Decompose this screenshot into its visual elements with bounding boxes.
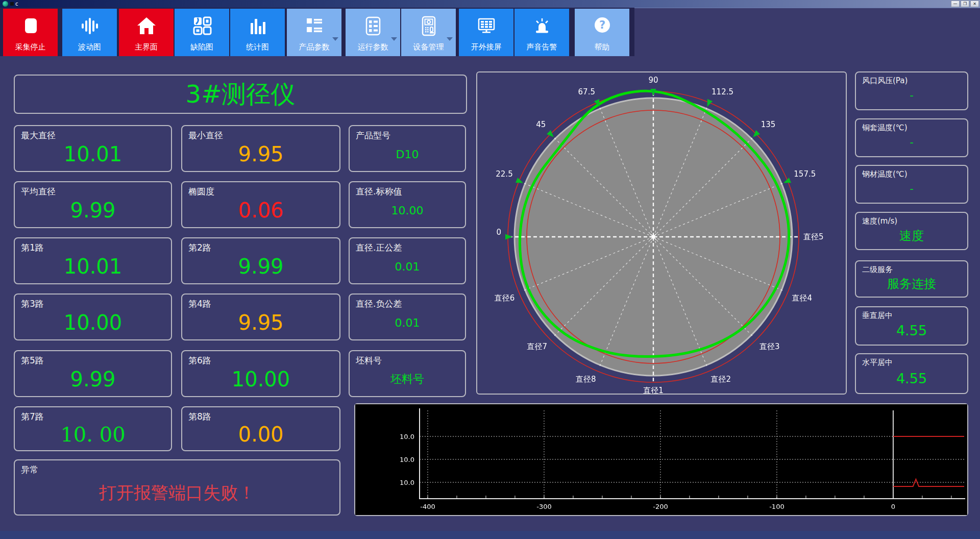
gauge-title-box: 3#测径仪: [14, 75, 467, 114]
bar-chart-icon: [230, 14, 285, 38]
stop-icon: [3, 14, 58, 38]
metric-nominal-diameter: 直径.标称值 10.00: [349, 181, 466, 228]
toolbar-button-main-screen[interactable]: 主界面: [119, 9, 174, 56]
metric-billet-number: 坯料号 坯料号: [349, 350, 466, 397]
metric-product-model: 产品型号 D10: [349, 125, 466, 172]
status-vertical-center: 垂直居中 4.55: [855, 306, 968, 346]
status-horizontal-center: 水平居中 4.55: [855, 353, 968, 394]
svg-text:?: ?: [599, 19, 605, 31]
minimize-button[interactable]: —: [951, 1, 960, 7]
metric-min-diameter: 最小直径 9.95: [181, 125, 340, 172]
metric-path-5: 第5路 9.99: [14, 350, 172, 397]
chevron-down-icon[interactable]: [391, 37, 397, 41]
status-speed: 速度(m/s) 速度: [855, 212, 968, 250]
metric-ovality: 椭圆度 0.06: [181, 181, 340, 228]
polar-profile-chart: [477, 72, 846, 394]
toolbar-button-wave-chart[interactable]: 波动图: [62, 9, 117, 56]
gauge-title: 3#测径仪: [15, 76, 466, 113]
run-params-icon: [346, 14, 400, 38]
chevron-down-icon[interactable]: [447, 37, 453, 41]
chevron-down-icon[interactable]: [332, 37, 338, 41]
waveform-icon: [62, 14, 117, 38]
metric-path-4: 第4路 9.95: [181, 293, 340, 340]
toolbar-button-external-screen[interactable]: 开外接屏: [459, 9, 513, 56]
defect-grid-icon: [175, 14, 229, 38]
toolbar-button-defect-chart[interactable]: 缺陷图: [175, 9, 229, 56]
titlebar: c — ❐ ✕: [0, 0, 980, 8]
status-bushing-temp: 铜套温度(℃) -: [855, 118, 968, 157]
close-button[interactable]: ✕: [970, 1, 979, 7]
metric-path-8: 第8路 0.00: [181, 406, 340, 451]
status-air-pressure: 风口风压(Pa) -: [855, 71, 968, 110]
home-icon: [119, 14, 174, 38]
maximize-button[interactable]: ❐: [961, 1, 969, 7]
metric-path-6: 第6路 10.00: [181, 350, 340, 397]
external-screen-icon: [459, 14, 513, 38]
toolbar-button-statistics-chart[interactable]: 统计图: [230, 9, 285, 56]
metric-path-3: 第3路 10.00: [14, 293, 172, 340]
toolbar-button-device-manage[interactable]: 设备管理: [401, 9, 456, 56]
product-params-icon: [287, 14, 341, 38]
status-steel-temp: 钢材温度(℃) -: [855, 165, 968, 204]
metric-avg-diameter: 平均直径 9.99: [14, 181, 172, 228]
metric-lower-tolerance: 直径.负公差 0.01: [349, 293, 466, 340]
alarm-message: 打开报警端口失败！: [15, 472, 339, 514]
window-title: c: [10, 2, 18, 7]
toolbar-button-run-params[interactable]: 运行参数: [346, 9, 400, 56]
diameter-trend-chart: [355, 404, 967, 515]
alarm-box: 异常 打开报警端口失败！: [14, 459, 340, 516]
toolbar-button-help[interactable]: ? 帮助: [575, 9, 629, 56]
status-level2-service: 二级服务 服务连接: [855, 260, 968, 298]
toolbar-button-stop-acquire[interactable]: 采集停止: [3, 9, 58, 56]
metric-path-2: 第2路 9.99: [181, 237, 340, 284]
device-manage-icon: [401, 14, 456, 38]
cross-section-polar-panel: [476, 71, 847, 395]
sound-alarm-icon: [514, 14, 569, 38]
toolbar-button-sound-alarm[interactable]: 声音告警: [514, 9, 569, 56]
help-icon: ?: [575, 14, 629, 38]
diameter-trend-panel: [354, 403, 968, 516]
metric-path-7: 第7路 10. 00: [14, 406, 172, 451]
metric-upper-tolerance: 直径.正公差 0.01: [349, 237, 466, 284]
app-window: c — ❐ ✕ 采集停止 波动图: [0, 0, 980, 539]
metric-path-1: 第1路 10.01: [14, 237, 172, 284]
metric-max-diameter: 最大直径 10.01: [14, 125, 172, 172]
app-icon: [3, 1, 8, 7]
toolbar-button-product-params[interactable]: 产品参数: [287, 9, 341, 56]
window-bottom-edge: [0, 531, 980, 539]
